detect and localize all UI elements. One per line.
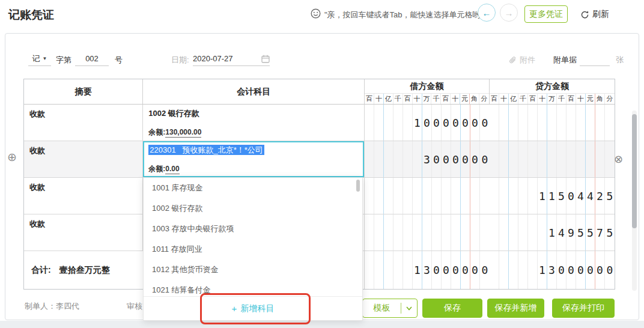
digit-cell bbox=[365, 214, 374, 251]
digit-column-label: 千 bbox=[431, 94, 441, 104]
digit-column-label: 千 bbox=[393, 94, 403, 104]
save-and-new-button[interactable]: 保存并新增 bbox=[487, 299, 544, 318]
account-cell[interactable]: 1002 银行存款余额:130,000.00 bbox=[143, 105, 365, 141]
prev-voucher-button[interactable]: ← bbox=[478, 4, 496, 22]
balance-value: 130,000.00 bbox=[165, 128, 201, 138]
digit-cell bbox=[528, 141, 538, 177]
digit-cell: 1 bbox=[547, 178, 557, 214]
digit-cell: 0 bbox=[461, 105, 470, 141]
creator-name: 李四代 bbox=[56, 302, 79, 311]
digit-cell bbox=[442, 178, 451, 214]
summary-cell[interactable]: 收款 bbox=[24, 214, 143, 251]
credit-cell[interactable]: 1495575 bbox=[490, 214, 615, 251]
credit-cell[interactable]: 11504425 bbox=[490, 178, 615, 214]
dropdown-item[interactable]: 1002 银行存款 bbox=[144, 198, 362, 219]
summary-cell[interactable]: 收款 bbox=[24, 105, 143, 141]
digit-cell bbox=[557, 105, 567, 141]
digit-cell bbox=[528, 178, 538, 214]
more-vouchers-button[interactable]: 更多凭证 bbox=[524, 5, 568, 23]
digit-cell bbox=[470, 214, 480, 251]
paperclip-icon bbox=[509, 56, 517, 64]
total-debit-digits: 13000000 bbox=[365, 251, 490, 289]
account-text: 1002 银行存款 bbox=[148, 108, 360, 119]
header-summary: 摘要 bbox=[24, 79, 143, 104]
digit-cell: 0 bbox=[432, 251, 442, 289]
balance-line: 余额:130,000.00 bbox=[148, 127, 201, 138]
digit-column-label: 百 bbox=[490, 94, 499, 104]
digit-cell bbox=[365, 251, 374, 289]
left-arrow-icon: ← bbox=[482, 8, 491, 18]
delete-row-icon[interactable]: ⊗ bbox=[614, 154, 623, 165]
credit-digits bbox=[490, 141, 615, 177]
add-row-icon[interactable]: ⊕ bbox=[7, 151, 17, 163]
digit-cell bbox=[393, 214, 403, 251]
digit-column-label: 亿 bbox=[509, 94, 518, 104]
digit-cell bbox=[499, 105, 509, 141]
digit-cell bbox=[518, 141, 528, 177]
credit-cell[interactable] bbox=[490, 105, 615, 141]
debit-cell[interactable]: 10000000 bbox=[365, 105, 490, 141]
attachment-button[interactable]: 附件 bbox=[509, 55, 535, 65]
digit-column-label: 百 bbox=[441, 94, 451, 104]
voucher-number-input[interactable]: 002 bbox=[75, 52, 109, 66]
refresh-button[interactable]: 刷新 bbox=[580, 9, 609, 20]
digit-cell bbox=[384, 251, 393, 289]
attached-docs-count-input[interactable] bbox=[580, 52, 610, 66]
credit-cell[interactable] bbox=[490, 141, 615, 177]
digit-cell bbox=[490, 141, 499, 177]
date-label: 日期: bbox=[171, 55, 189, 65]
calendar-icon bbox=[261, 55, 270, 63]
digit-cell bbox=[576, 141, 586, 177]
header-account: 会计科目 bbox=[143, 79, 365, 104]
template-button[interactable]: 模板 bbox=[362, 299, 418, 318]
digit-cell bbox=[567, 141, 576, 177]
dropdown-item[interactable]: 1012 其他货币资金 bbox=[144, 260, 362, 280]
digit-cell: 1 bbox=[413, 251, 422, 289]
digit-cell bbox=[413, 214, 422, 251]
account-cell[interactable]: 220301 预收账款_北京*！*公司余额:0.00 bbox=[143, 141, 365, 177]
date-input[interactable]: 2020-07-27 bbox=[193, 52, 270, 66]
voucher-word-select[interactable]: 记▼ bbox=[28, 52, 51, 66]
digit-cell bbox=[605, 141, 615, 177]
save-and-print-button[interactable]: 保存并打印 bbox=[552, 299, 615, 318]
digit-cell: 5 bbox=[605, 178, 615, 214]
header-credit: 贷方金额百十亿千百十万千百十元角分 bbox=[490, 79, 615, 104]
voucher-row: 收款220301 预收账款_北京*！*公司余额:0.003000000 bbox=[24, 141, 615, 178]
digit-cell bbox=[403, 214, 413, 251]
number-suffix-label: 号 bbox=[115, 55, 123, 65]
summary-cell[interactable]: 收款 bbox=[24, 178, 143, 214]
digit-column-label: 千 bbox=[518, 94, 528, 104]
digit-column-label: 十 bbox=[499, 94, 509, 104]
digit-cell bbox=[499, 141, 509, 177]
scrollbar-thumb[interactable] bbox=[632, 114, 637, 228]
digit-cell bbox=[403, 105, 413, 141]
debit-cell[interactable] bbox=[365, 214, 490, 251]
digit-column-label: 万 bbox=[547, 94, 557, 104]
dropdown-item[interactable]: 1011 存放同业 bbox=[144, 239, 362, 260]
dropdown-item[interactable]: 1001 库存现金 bbox=[144, 178, 362, 198]
digit-cell: 4 bbox=[586, 178, 595, 214]
next-voucher-button[interactable]: → bbox=[500, 4, 518, 22]
digit-column-label: 百 bbox=[567, 94, 576, 104]
add-account-button[interactable]: + 新增科目 bbox=[144, 296, 362, 320]
digit-cell: 4 bbox=[557, 214, 567, 251]
digit-cell bbox=[538, 105, 547, 141]
summary-cell[interactable]: 收款 bbox=[24, 141, 143, 177]
digit-column-label: 元 bbox=[586, 94, 595, 104]
digit-cell bbox=[509, 105, 518, 141]
digit-cell bbox=[547, 105, 557, 141]
template-label: 模板 bbox=[363, 303, 401, 314]
digit-cell bbox=[413, 178, 422, 214]
save-button[interactable]: 保存 bbox=[422, 299, 482, 318]
digit-cell bbox=[605, 105, 615, 141]
vertical-scrollbar[interactable] bbox=[632, 111, 637, 291]
dropdown-scrollbar-thumb[interactable] bbox=[356, 180, 360, 192]
digit-cell bbox=[509, 251, 518, 289]
debit-cell[interactable]: 3000000 bbox=[365, 141, 490, 177]
digit-cell bbox=[490, 251, 499, 289]
digit-cell bbox=[547, 141, 557, 177]
dropdown-item[interactable]: 1003 存放中央银行款项 bbox=[144, 219, 362, 239]
digit-cell bbox=[393, 141, 403, 177]
docs-unit-label: 张 bbox=[616, 55, 624, 65]
debit-cell[interactable] bbox=[365, 178, 490, 214]
